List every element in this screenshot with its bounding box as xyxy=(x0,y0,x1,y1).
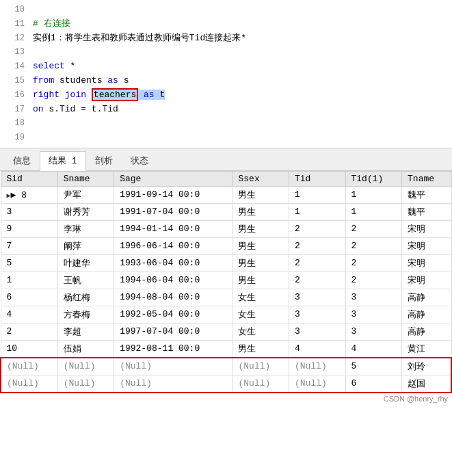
result-area: SidSnameSageSsexTidTid(1)Tname ▶ 8尹军1991… xyxy=(0,171,452,393)
null-cell: (Null) xyxy=(114,375,232,393)
table-cell: 5 xyxy=(1,254,57,272)
table-cell: 10 xyxy=(1,340,57,358)
table-cell: 谢秀芳 xyxy=(57,203,114,220)
table-cell: 1994-01-14 00:0 xyxy=(114,220,232,237)
table-cell: 尹军 xyxy=(57,186,114,203)
table-cell: 2 xyxy=(289,272,346,289)
null-cell: (Null) xyxy=(232,375,289,393)
table-cell: 男生 xyxy=(232,203,289,220)
table-cell: 杨红梅 xyxy=(57,289,114,306)
code-line: 16right join teachers as t xyxy=(0,88,452,103)
table-cell: 男生 xyxy=(232,186,289,203)
table-cell: 4 xyxy=(1,306,57,323)
table-row: 3谢秀芳1991-07-04 00:0男生11魏平 xyxy=(1,203,451,220)
table-cell: 男生 xyxy=(232,220,289,237)
table-cell: 女生 xyxy=(232,323,289,340)
null-cell: 赵国 xyxy=(402,375,451,393)
line-content xyxy=(33,45,449,60)
table-header: SidSnameSageSsexTidTid(1)Tname xyxy=(1,171,451,186)
code-token: s xyxy=(118,75,129,85)
table-cell: 1992-05-04 00:0 xyxy=(114,306,232,323)
column-header-Ssex: Ssex xyxy=(232,171,289,186)
code-editor: 10 11# 右连接12实例1：将学生表和教师表通过教师编号Tid连接起来*13… xyxy=(0,0,452,148)
code-token: s.Tid = t.Tid xyxy=(44,104,118,114)
null-cell: (Null) xyxy=(289,358,346,375)
code-token: students xyxy=(54,75,107,85)
tab-结果 1[interactable]: 结果 1 xyxy=(40,151,86,171)
null-cell: 6 xyxy=(345,375,402,393)
null-cell: (Null) xyxy=(114,358,232,375)
result-table: SidSnameSageSsexTidTid(1)Tname ▶ 8尹军1991… xyxy=(0,171,452,393)
table-cell: 3 xyxy=(345,323,402,340)
code-token: # 右连接 xyxy=(33,18,70,29)
tab-信息[interactable]: 信息 xyxy=(4,151,40,170)
watermark: CSDN @henry_rhy xyxy=(0,393,452,404)
table-cell: 伍娟 xyxy=(57,340,114,358)
table-cell: ▶ 8 xyxy=(1,186,57,203)
table-cell: 2 xyxy=(345,272,402,289)
table-cell: 阚萍 xyxy=(57,237,114,254)
table-row: ▶ 8尹军1991-09-14 00:0男生11魏平 xyxy=(1,186,451,203)
line-content xyxy=(33,3,449,17)
table-cell: 4 xyxy=(345,340,402,358)
null-row: (Null)(Null)(Null)(Null)(Null)5刘玲 xyxy=(1,358,451,375)
table-cell: 1997-07-04 00:0 xyxy=(114,323,232,340)
table-cell: 1991-09-14 00:0 xyxy=(114,186,232,203)
selected-token: t xyxy=(155,90,165,100)
table-cell: 李琳 xyxy=(57,220,114,237)
table-cell: 男生 xyxy=(232,340,289,358)
table-row: 2李超1997-07-04 00:0女生33高静 xyxy=(1,323,451,340)
line-content: on s.Tid = t.Tid xyxy=(33,103,449,117)
table-row: 6杨红梅1994-08-04 00:0女生33高静 xyxy=(1,289,451,306)
tab-剖析[interactable]: 剖析 xyxy=(86,151,122,170)
table-cell: 宋明 xyxy=(402,237,451,254)
code-line: 18 xyxy=(0,116,452,131)
table-cell: 2 xyxy=(345,237,402,254)
line-number: 13 xyxy=(3,46,25,59)
table-cell: 3 xyxy=(345,306,402,323)
table-cell: 王帆 xyxy=(57,272,114,289)
code-line: 12实例1：将学生表和教师表通过教师编号Tid连接起来* xyxy=(0,31,452,46)
highlighted-token: teachers xyxy=(92,88,138,101)
table-row: 7阚萍1996-06-14 00:0男生22宋明 xyxy=(1,237,451,254)
table-cell: 宋明 xyxy=(402,220,451,237)
line-content xyxy=(33,131,449,145)
table-cell: 1993-06-04 00:0 xyxy=(114,254,232,272)
table-cell: 黄江 xyxy=(402,340,451,358)
null-cell: (Null) xyxy=(289,375,346,393)
table-cell: 3 xyxy=(1,203,57,220)
line-number: 16 xyxy=(3,89,25,102)
tab-状态[interactable]: 状态 xyxy=(122,151,157,170)
code-token: Tid xyxy=(189,33,205,43)
table-cell: 李超 xyxy=(57,323,114,340)
code-line: 14select * xyxy=(0,60,452,74)
table-cell: 男生 xyxy=(232,254,289,272)
table-cell: 宋明 xyxy=(402,272,451,289)
table-cell: 高静 xyxy=(402,323,451,340)
table-cell: 女生 xyxy=(232,289,289,306)
code-line: 11# 右连接 xyxy=(0,17,452,31)
table-cell: 男生 xyxy=(232,272,289,289)
table-row: 1王帆1994-06-04 00:0男生22宋明 xyxy=(1,272,451,289)
code-token: as xyxy=(107,75,118,85)
table-body: ▶ 8尹军1991-09-14 00:0男生11魏平3谢秀芳1991-07-04… xyxy=(1,186,451,393)
table-cell: 2 xyxy=(289,220,346,237)
code-line: 10 xyxy=(0,3,452,17)
selected-token xyxy=(138,90,144,100)
column-header-Tid(1): Tid(1) xyxy=(345,171,402,186)
table-cell: 2 xyxy=(1,323,57,340)
code-token: right join xyxy=(33,90,92,100)
line-number: 10 xyxy=(3,3,25,16)
table-cell: 魏平 xyxy=(402,186,451,203)
code-token: 连接起来* xyxy=(205,33,246,43)
table-cell: 3 xyxy=(289,306,346,323)
table-cell: 2 xyxy=(289,237,346,254)
table-cell: 4 xyxy=(289,340,346,358)
table-cell: 叶建华 xyxy=(57,254,114,272)
column-header-Tname: Tname xyxy=(402,171,451,186)
column-header-Sid: Sid xyxy=(1,171,57,186)
table-cell: 方春梅 xyxy=(57,306,114,323)
table-cell: 女生 xyxy=(232,306,289,323)
table-cell: 2 xyxy=(345,220,402,237)
table-row: 5叶建华1993-06-04 00:0男生22宋明 xyxy=(1,254,451,272)
